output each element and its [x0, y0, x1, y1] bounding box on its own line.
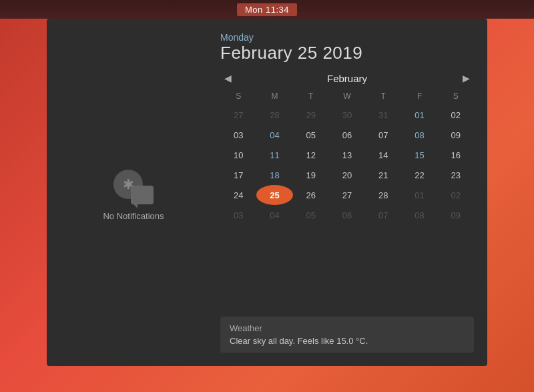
calendar-day[interactable]: 27	[329, 185, 365, 205]
calendar-day[interactable]: 30	[329, 105, 365, 125]
date-header: Monday February 25 2019	[220, 32, 474, 63]
calendar-day[interactable]: 05	[293, 205, 329, 225]
no-notifications-label: No Notifications	[103, 211, 164, 221]
day-name: Monday	[220, 32, 474, 43]
calendar-day[interactable]: 10	[220, 145, 256, 165]
calendar-day[interactable]: 07	[365, 125, 401, 145]
calendar-header: ◀ February ▶	[220, 71, 474, 85]
notification-icon	[113, 164, 154, 204]
calendar-week-row: 27282930310102	[220, 105, 474, 125]
calendar-panel: Monday February 25 2019 ◀ February ▶ SMT…	[220, 32, 474, 353]
calendar-day[interactable]: 29	[293, 105, 329, 125]
calendar-day[interactable]: 19	[293, 165, 329, 185]
calendar-day[interactable]: 28	[365, 185, 401, 205]
weekday-header-row: SMTWTFS	[220, 90, 474, 105]
calendar-day[interactable]: 13	[329, 145, 365, 165]
calendar-day[interactable]: 03	[220, 125, 256, 145]
calendar-grid: SMTWTFS 27282930310102030405060708091011…	[220, 90, 474, 225]
calendar-body: 2728293031010203040506070809101112131415…	[220, 105, 474, 225]
month-label: February	[327, 73, 367, 84]
calendar-day[interactable]: 28	[256, 105, 292, 125]
calendar-week-row: 10111213141516	[220, 145, 474, 165]
calendar-day[interactable]: 08	[401, 125, 437, 145]
next-month-button[interactable]: ▶	[459, 71, 474, 85]
weather-panel: Weather Clear sky all day. Feels like 15…	[220, 317, 474, 353]
calendar-day[interactable]: 18	[256, 165, 292, 185]
calendar-day[interactable]: 09	[438, 205, 474, 225]
calendar-day[interactable]: 25	[256, 185, 292, 205]
calendar-day[interactable]: 02	[438, 105, 474, 125]
calendar-day[interactable]: 06	[329, 205, 365, 225]
calendar-day[interactable]: 21	[365, 165, 401, 185]
weather-title: Weather	[230, 323, 465, 333]
calendar-day[interactable]: 01	[401, 185, 437, 205]
weekday-header: S	[438, 90, 474, 105]
calendar-week-row: 17181920212223	[220, 165, 474, 185]
panel-pointer	[259, 19, 275, 28]
calendar-day[interactable]: 20	[329, 165, 365, 185]
calendar-day[interactable]: 08	[401, 205, 437, 225]
weather-description: Clear sky all day. Feels like 15.0 °C.	[230, 336, 465, 346]
calendar-day[interactable]: 16	[438, 145, 474, 165]
weekday-header: T	[365, 90, 401, 105]
calendar-day[interactable]: 05	[293, 125, 329, 145]
notifications-panel: No Notifications	[60, 32, 207, 353]
weekday-header: T	[293, 90, 329, 105]
calendar-week-row: 24252627280102	[220, 185, 474, 205]
calendar-day[interactable]: 04	[256, 205, 292, 225]
calendar-week-row: 03040506070809	[220, 125, 474, 145]
calendar-day[interactable]: 07	[365, 205, 401, 225]
calendar-day[interactable]: 09	[438, 125, 474, 145]
weekday-header: S	[220, 90, 256, 105]
calendar-day[interactable]: 02	[438, 185, 474, 205]
weekday-header: M	[256, 90, 292, 105]
full-date: February 25 2019	[220, 43, 474, 63]
calendar-day[interactable]: 23	[438, 165, 474, 185]
top-bar: Mon 11:34	[0, 0, 534, 19]
calendar-day[interactable]: 31	[365, 105, 401, 125]
weekday-header: F	[401, 90, 437, 105]
calendar-day[interactable]: 03	[220, 205, 256, 225]
calendar-day[interactable]: 24	[220, 185, 256, 205]
clock-display: Mon 11:34	[237, 3, 297, 16]
main-panel: No Notifications Monday February 25 2019…	[47, 19, 487, 366]
weekday-header: W	[329, 90, 365, 105]
calendar-day[interactable]: 11	[256, 145, 292, 165]
calendar: ◀ February ▶ SMTWTFS 2728293031010203040…	[220, 71, 474, 311]
chat-bubble-icon	[131, 186, 154, 204]
calendar-day[interactable]: 14	[365, 145, 401, 165]
calendar-day[interactable]: 17	[220, 165, 256, 185]
calendar-day[interactable]: 04	[256, 125, 292, 145]
calendar-week-row: 03040506070809	[220, 205, 474, 225]
prev-month-button[interactable]: ◀	[220, 71, 236, 85]
calendar-day[interactable]: 15	[401, 145, 437, 165]
calendar-day[interactable]: 06	[329, 125, 365, 145]
calendar-day[interactable]: 22	[401, 165, 437, 185]
calendar-day[interactable]: 01	[401, 105, 437, 125]
calendar-day[interactable]: 27	[220, 105, 256, 125]
calendar-day[interactable]: 26	[293, 185, 329, 205]
calendar-day[interactable]: 12	[293, 145, 329, 165]
